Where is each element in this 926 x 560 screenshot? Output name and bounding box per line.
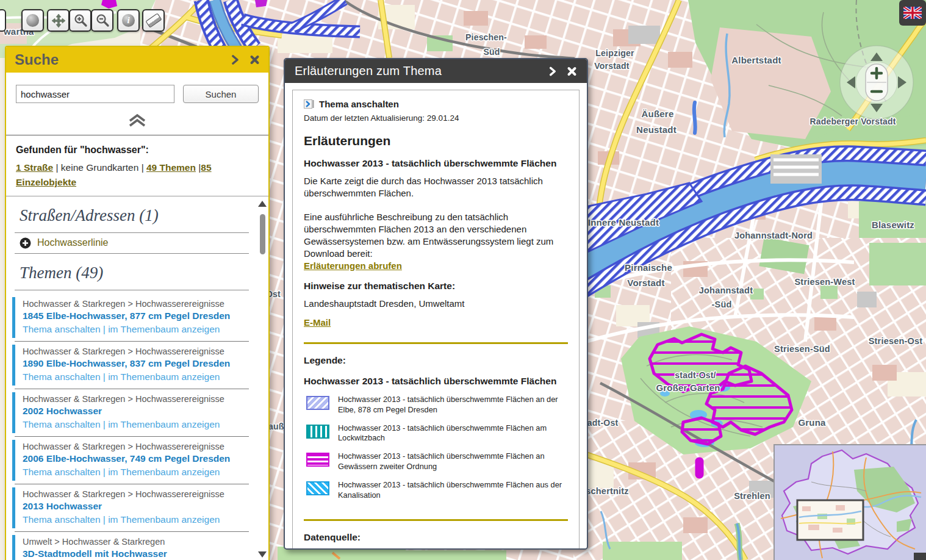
zoom-in-button[interactable]	[69, 9, 92, 32]
close-icon[interactable]	[567, 66, 577, 76]
enable-theme-link[interactable]: Thema anschalten	[23, 419, 101, 429]
map-label: Gruna	[798, 417, 826, 428]
map-label: Striesen-Süd	[774, 344, 830, 354]
language-button[interactable]	[899, 0, 926, 26]
result-title[interactable]: 2013 Hochwasser	[23, 500, 250, 513]
map-navigation-control[interactable]	[837, 43, 916, 122]
search-count-link[interactable]: 1 Straße	[16, 162, 53, 173]
description-paragraph-2: Eine ausführliche Beschreibung zu den ta…	[304, 211, 568, 260]
show-in-theme-tree-link[interactable]: im Themenbaum anzeigen	[108, 467, 220, 477]
streets-section-heading: Straßen/Adressen (1)	[20, 206, 268, 225]
show-in-theme-tree-link[interactable]: im Themenbaum anzeigen	[108, 514, 220, 525]
map-label: Pieschen-	[465, 32, 507, 42]
gold-divider	[304, 519, 568, 521]
email-link[interactable]: E-Mail	[304, 317, 331, 328]
result-separator	[15, 389, 249, 389]
search-summary-links: 1 Straße | keine Grundkarten | 49 Themen…	[16, 160, 259, 190]
topic-explanation-panel: Erläuterungen zum Thema Thema anschalten…	[284, 58, 588, 550]
search-result-item: Hochwasser & Starkregen > Hochwassererei…	[12, 297, 251, 338]
enable-theme-link[interactable]: Thema anschalten	[23, 514, 101, 525]
result-title[interactable]: 1845 Elbe-Hochwasser, 877 cm Pegel Dresd…	[23, 309, 250, 323]
show-in-theme-tree-link[interactable]: im Themenbaum anzeigen	[108, 419, 220, 429]
show-in-theme-tree-link[interactable]: im Themenbaum anzeigen	[108, 324, 220, 334]
result-separator	[15, 531, 249, 532]
hints-text: Landeshauptstadt Dresden, Umweltamt	[304, 298, 568, 310]
info-button[interactable]: i	[117, 9, 140, 32]
enable-theme-row[interactable]: Thema anschalten	[304, 99, 568, 109]
search-summary: Gefunden für "hochwasser": 1 Straße | ke…	[6, 135, 268, 196]
result-breadcrumb: Hochwasser & Starkregen > Hochwassererei…	[23, 441, 250, 452]
magnifier-minus-icon	[95, 13, 110, 28]
legend-item: Hochwasser 2013 - tatsächlich überschwem…	[304, 451, 568, 472]
legend-swatch-diagonal	[306, 481, 329, 495]
scroll-up-arrow[interactable]	[258, 201, 267, 207]
legend-topic-heading: Hochwasser 2013 - tatsächlich überschwem…	[304, 376, 568, 387]
street-result-label: Hochwasserlinie	[37, 237, 109, 248]
show-in-theme-tree-link[interactable]: im Themenbaum anzeigen	[108, 372, 220, 382]
search-result-item: Hochwasser & Starkregen > Hochwassererei…	[12, 487, 251, 528]
enable-theme-link[interactable]: Thema anschalten	[23, 324, 101, 334]
overview-map[interactable]	[773, 444, 926, 560]
result-actions: Thema anschalten | im Themenbaum anzeige…	[23, 370, 250, 384]
search-summary-title: Gefunden für "hochwasser":	[16, 143, 259, 158]
search-panel: Suche Suchen Gefunden für "hochwasser": …	[5, 46, 270, 560]
enable-theme-label[interactable]: Thema anschalten	[319, 99, 399, 109]
close-icon[interactable]	[249, 55, 260, 65]
search-button[interactable]: Suchen	[183, 85, 259, 103]
search-count-link[interactable]: 49 Themen	[146, 162, 196, 173]
pan-arrows-icon	[51, 13, 66, 28]
download-explanations-link[interactable]: Erläuterungen abrufen	[304, 260, 402, 271]
result-title[interactable]: 2006 Elbe-Hochwasser, 749 cm Pegel Dresd…	[23, 452, 250, 465]
enable-theme-link[interactable]: Thema anschalten	[23, 467, 101, 477]
legend-item: Hochwasser 2013 - tatsächlich überschwem…	[304, 423, 568, 444]
enable-theme-link[interactable]: Thema anschalten	[23, 372, 101, 382]
legend-label: Hochwasser 2013 - tatsächlich überschwem…	[338, 480, 568, 501]
magnifier-plus-icon	[73, 13, 88, 28]
map-label: Pirnaische	[625, 262, 672, 273]
result-title[interactable]: 3D-Stadtmodell mit Hochwasser	[23, 547, 250, 560]
explanations-heading: Erläuterungen	[304, 134, 568, 148]
search-result-item: Umwelt > Hochwasser & Starkregen3D-Stadt…	[12, 535, 251, 560]
explanation-content: Thema anschalten Datum der letzten Aktua…	[292, 90, 580, 550]
scroll-down-arrow[interactable]	[258, 551, 267, 558]
legend-item: Hochwasser 2013 - tatsächlich überschwem…	[304, 395, 568, 415]
search-panel-header: Suche	[6, 47, 268, 73]
zoom-out-button[interactable]	[91, 9, 113, 32]
search-result-item: Hochwasser & Starkregen > Hochwassererei…	[12, 440, 251, 481]
legend-swatch-vertical	[306, 425, 329, 439]
result-breadcrumb: Hochwasser & Starkregen > Hochwassererei…	[23, 298, 250, 309]
map-label: stadt-Ost/	[675, 370, 716, 380]
link-separator: |	[101, 467, 109, 477]
overview-button[interactable]	[21, 9, 44, 32]
inset-toggle-button[interactable]	[914, 553, 926, 560]
globe-icon	[26, 14, 39, 27]
chevron-double-up-icon	[127, 113, 148, 127]
panel-collapse-arrow-icon[interactable]	[548, 66, 557, 76]
legend-swatch-diagonal	[306, 396, 329, 410]
result-actions: Thema anschalten | im Themenbaum anzeige…	[23, 465, 250, 479]
map-label: Albertstadt	[731, 55, 781, 65]
map-label: Äußere	[642, 109, 674, 119]
results-scrollbar[interactable]	[257, 201, 267, 560]
scrollbar-thumb[interactable]	[260, 214, 265, 254]
map-label: Johannstadt	[699, 285, 753, 295]
street-result-row[interactable]: Hochwasserlinie	[6, 233, 268, 253]
result-breadcrumb: Umwelt > Hochwasser & Starkregen	[23, 536, 250, 547]
eraser-button[interactable]	[142, 9, 165, 32]
map-label: auß	[268, 422, 284, 431]
result-title[interactable]: 1890 Elbe-Hochwasser, 837 cm Pegel Dresd…	[23, 357, 250, 370]
hints-heading: Hinweise zur thematischen Karte:	[304, 281, 568, 292]
collapse-search-form-button[interactable]	[6, 113, 268, 127]
partial-tool-button[interactable]	[0, 9, 6, 32]
map-label: -Süd	[711, 300, 731, 309]
link-separator: |	[101, 324, 109, 334]
explanation-panel-title: Erläuterungen zum Thema	[295, 64, 548, 78]
map-label: Johannstadt-Nord	[734, 231, 813, 240]
result-actions: Thema anschalten | im Themenbaum anzeige…	[23, 323, 250, 336]
panel-collapse-arrow-icon[interactable]	[230, 55, 240, 65]
legend-list: Hochwasser 2013 - tatsächlich überschwem…	[304, 395, 568, 501]
extent-rectangle[interactable]	[797, 500, 863, 540]
search-input[interactable]	[16, 85, 174, 103]
result-title[interactable]: 2002 Hochwasser	[23, 404, 250, 418]
pan-button[interactable]	[47, 9, 70, 32]
